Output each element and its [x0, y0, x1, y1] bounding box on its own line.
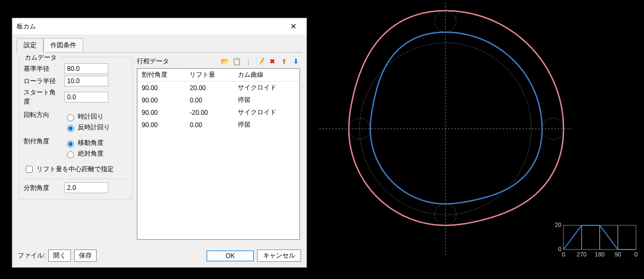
cam-data-panel: カムデータ 基準半径 ローラ半径 スタート角度 回転方向 [19, 57, 133, 240]
stroke-data-panel: 行程データ 📂 📋 | 📝 ✖ ⬆ ⬇ 割付角度 リフト量 [137, 57, 300, 240]
table-cell: 90.00 [137, 94, 185, 106]
table-cell: サイクロイド [233, 106, 299, 119]
open-folder-icon[interactable]: 📂 [221, 57, 229, 66]
separator [24, 179, 128, 179]
rotation-ccw-radio[interactable] [67, 125, 74, 132]
rotation-ccw-label: 反時計回り [78, 123, 110, 132]
plate-cam-dialog: 板カム ✕ 設定 作図条件 カムデータ 基準半径 ローラ半径 スタート角度 [12, 18, 307, 268]
tab-content: カムデータ 基準半径 ローラ半径 スタート角度 回転方向 [17, 52, 302, 242]
window-title: 板カム [17, 22, 284, 31]
roller-radius-label: ローラ半径 [24, 77, 61, 86]
save-file-button[interactable]: 保存 [74, 249, 97, 262]
svg-text:0: 0 [634, 251, 638, 258]
table-cell: 90.00 [137, 106, 185, 119]
alloc-angle-label: 割付角度 [24, 137, 61, 146]
divider-icon: | [244, 57, 253, 66]
stroke-data-list[interactable]: 割付角度 リフト量 カム曲線 90.0020.00サイクロイド90.000.00… [137, 68, 300, 240]
svg-text:90: 90 [614, 251, 621, 258]
svg-text:0: 0 [562, 251, 565, 258]
cancel-button[interactable]: キャンセル [257, 249, 301, 262]
table-cell: 90.00 [137, 119, 185, 131]
table-row[interactable]: 90.000.00停留 [137, 94, 299, 106]
graphics-panel: 0200270180900 [311, 0, 644, 279]
cam-plot-svg: 0200270180900 [311, 0, 644, 279]
file-label: ファイル: [18, 251, 45, 260]
move-up-icon[interactable]: ⬆ [280, 57, 288, 66]
table-row[interactable]: 90.000.00停留 [137, 119, 299, 131]
paste-icon[interactable]: 📋 [232, 57, 241, 66]
col-lift[interactable]: リフト量 [185, 69, 233, 82]
rotation-cw-radio[interactable] [67, 114, 74, 121]
move-down-icon[interactable]: ⬇ [291, 57, 300, 66]
edit-icon[interactable]: 📝 [256, 57, 265, 66]
tab-draw-conditions[interactable]: 作図条件 [43, 38, 83, 53]
stroke-data-legend: 行程データ [137, 57, 218, 66]
alloc-move-radio[interactable] [67, 141, 74, 148]
rotation-cw-label: 時計回り [78, 112, 104, 121]
alloc-abs-radio[interactable] [67, 151, 74, 158]
table-cell: -20.00 [185, 106, 233, 119]
base-radius-input[interactable] [64, 63, 108, 74]
table-cell: 90.00 [137, 82, 185, 94]
start-angle-label: スタート角度 [24, 88, 61, 106]
cam-data-fieldset: カムデータ 基準半径 ローラ半径 スタート角度 回転方向 [19, 57, 133, 200]
lift-by-center-checkbox[interactable] [26, 166, 33, 173]
division-angle-label: 分割角度 [24, 183, 61, 193]
base-radius-label: 基準半径 [24, 64, 61, 74]
col-alloc-angle[interactable]: 割付角度 [137, 69, 185, 82]
delete-icon[interactable]: ✖ [268, 57, 276, 66]
start-angle-input[interactable] [64, 92, 108, 102]
division-angle-input[interactable] [64, 182, 108, 193]
col-curve[interactable]: カム曲線 [233, 69, 299, 82]
open-file-button[interactable]: 開く [48, 249, 71, 262]
table-cell: サイクロイド [233, 82, 299, 94]
svg-text:20: 20 [555, 222, 561, 228]
svg-text:180: 180 [595, 251, 604, 258]
rotation-direction-label: 回転方向 [24, 111, 61, 120]
svg-text:270: 270 [577, 251, 587, 258]
table-cell: 20.00 [185, 82, 233, 94]
table-cell: 停留 [233, 119, 299, 131]
alloc-move-label: 移動角度 [78, 138, 104, 148]
ok-button[interactable]: OK [207, 251, 254, 261]
stroke-toolbar: 📂 📋 | 📝 ✖ ⬆ ⬇ [221, 57, 300, 66]
roller-radius-input[interactable] [64, 76, 108, 86]
alloc-abs-label: 絶対角度 [78, 149, 104, 158]
table-cell: 0.00 [185, 94, 233, 106]
table-cell: 0.00 [185, 119, 233, 131]
close-icon: ✕ [290, 22, 297, 31]
svg-text:0: 0 [558, 246, 561, 252]
tab-bar: 設定 作図条件 [12, 34, 306, 52]
lift-by-center-label: リフト量を中心距離で指定 [36, 165, 114, 174]
stroke-data-table: 割付角度 リフト量 カム曲線 90.0020.00サイクロイド90.000.00… [137, 69, 299, 131]
tab-settings[interactable]: 設定 [17, 38, 43, 53]
table-row[interactable]: 90.0020.00サイクロイド [137, 82, 299, 94]
titlebar: 板カム ✕ [12, 18, 306, 34]
cam-data-legend: カムデータ [23, 53, 59, 62]
table-row[interactable]: 90.00-20.00サイクロイド [137, 106, 299, 119]
dialog-footer: ファイル: 開く 保存 OK キャンセル [12, 246, 306, 267]
close-button[interactable]: ✕ [284, 20, 303, 32]
table-cell: 停留 [233, 94, 299, 106]
